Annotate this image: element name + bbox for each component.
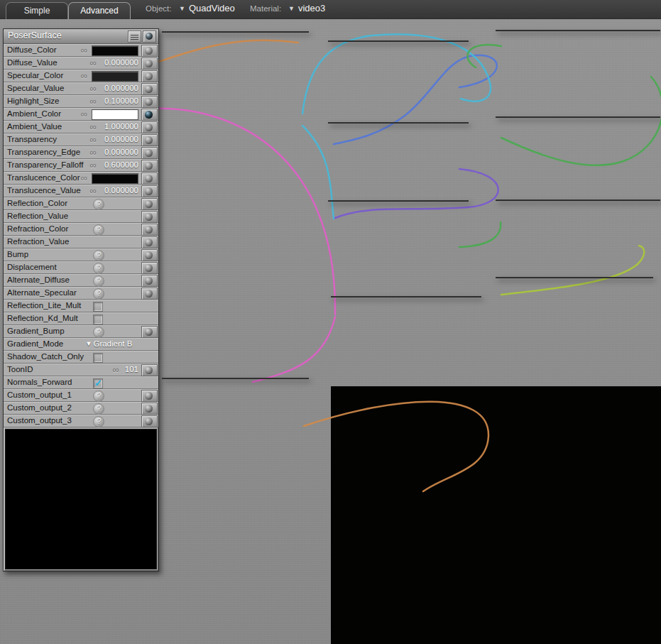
- node-header[interactable]: PoserSurface: [4, 29, 158, 44]
- connector-knob[interactable]: [141, 262, 158, 274]
- question-icon[interactable]: ?: [93, 224, 104, 236]
- color-swatch[interactable]: [92, 45, 138, 56]
- param-label: Refraction_Color: [7, 224, 68, 233]
- color-swatch[interactable]: [92, 71, 138, 82]
- material-dropdown[interactable]: ▼video3: [288, 3, 325, 13]
- node-color-math-2: [162, 378, 309, 379]
- link-plug-icon[interactable]: ∞: [90, 83, 97, 94]
- param-row-diffuse-color[interactable]: Diffuse_Color∞: [4, 44, 158, 57]
- param-row-shadow-catch-only[interactable]: Shadow_Catch_Only: [4, 351, 158, 364]
- connector-knob[interactable]: [141, 185, 158, 197]
- question-icon[interactable]: ?: [93, 275, 104, 287]
- connector-knob[interactable]: [141, 198, 158, 210]
- link-plug-icon[interactable]: ∞: [81, 70, 87, 81]
- connector-knob[interactable]: [141, 288, 158, 300]
- param-row-reflection-lite-mult[interactable]: Reflection_Lite_Mult: [4, 300, 158, 312]
- link-plug-icon[interactable]: ∞: [81, 45, 87, 55]
- color-swatch[interactable]: [92, 109, 138, 120]
- question-icon[interactable]: ?: [93, 263, 104, 274]
- connector-knob[interactable]: [141, 236, 158, 249]
- connector-knob[interactable]: [141, 224, 158, 236]
- connector-knob[interactable]: [141, 415, 158, 427]
- connector-knob[interactable]: [141, 58, 158, 70]
- connector-knob[interactable]: [141, 45, 158, 57]
- checkbox[interactable]: [93, 302, 103, 312]
- link-plug-icon[interactable]: ∞: [90, 121, 97, 132]
- connector-knob[interactable]: [141, 173, 158, 185]
- connector-knob[interactable]: [141, 249, 158, 261]
- param-row-transparency-falloff[interactable]: Transparency_Falloff∞0.600000: [4, 159, 158, 172]
- question-icon[interactable]: ?: [93, 403, 104, 415]
- param-row-specular-value[interactable]: Specular_Value∞0.000000: [4, 82, 158, 95]
- checkbox[interactable]: ✓: [93, 378, 103, 388]
- link-plug-icon[interactable]: ∞: [90, 58, 97, 68]
- object-dropdown[interactable]: ▼QuadVideo: [179, 3, 235, 13]
- question-icon[interactable]: ?: [93, 391, 104, 402]
- connector-knob[interactable]: [141, 211, 158, 223]
- param-row-translucence-color[interactable]: Translucence_Color∞: [4, 172, 158, 185]
- param-row-transparency[interactable]: Transparency∞0.000000: [4, 133, 158, 146]
- param-row-custom-output-3[interactable]: Custom_output_3?: [4, 415, 158, 427]
- connector-knob[interactable]: [141, 96, 158, 108]
- connector-knob[interactable]: [141, 134, 158, 146]
- param-row-bump[interactable]: Bump?: [4, 249, 158, 261]
- link-plug-icon[interactable]: ∞: [90, 96, 97, 107]
- connector-knob[interactable]: [141, 364, 158, 376]
- connector-knob[interactable]: [141, 403, 158, 415]
- param-row-gradient-bump[interactable]: Gradient_Bump?: [4, 325, 158, 338]
- question-icon[interactable]: ?: [93, 327, 104, 338]
- link-plug-icon[interactable]: ∞: [90, 147, 97, 158]
- connector-knob[interactable]: [141, 390, 158, 402]
- node-preview-image[interactable]: [5, 429, 157, 569]
- checkbox[interactable]: [93, 315, 103, 324]
- param-row-reflection-color[interactable]: Reflection_Color?: [4, 197, 158, 210]
- connector-knob[interactable]: [141, 70, 158, 82]
- param-row-gradient-mode[interactable]: Gradient_Mode▼Gradient B: [4, 338, 158, 351]
- param-row-highlight-size[interactable]: Highlight_Size∞0.100000: [4, 95, 158, 108]
- connector-knob[interactable]: [141, 83, 158, 95]
- param-row-custom-output-1[interactable]: Custom_output_1?: [4, 389, 158, 402]
- param-row-custom-output-2[interactable]: Custom_output_2?: [4, 402, 158, 415]
- node-canvas: PoserSurfaceDiffuse_Color∞Diffuse_Value∞…: [0, 18, 661, 644]
- tab-simple[interactable]: Simple: [6, 2, 68, 19]
- param-row-normals-forward[interactable]: Normals_Forward✓: [4, 376, 158, 389]
- param-value: 0.600000: [104, 160, 138, 169]
- link-plug-icon[interactable]: ∞: [113, 364, 119, 375]
- connector-knob[interactable]: [141, 121, 158, 133]
- param-row-alternate-diffuse[interactable]: Alternate_Diffuse?: [4, 274, 158, 287]
- param-row-refraction-color[interactable]: Refraction_Color?: [4, 223, 158, 236]
- param-label: Ambient_Color: [7, 109, 61, 118]
- preview-toggle-button[interactable]: [143, 31, 156, 43]
- param-row-alternate-specular[interactable]: Alternate_Specular?: [4, 287, 158, 300]
- link-plug-icon[interactable]: ∞: [81, 109, 87, 119]
- color-swatch[interactable]: [92, 173, 138, 184]
- dropdown-value[interactable]: ▼Gradient B: [86, 339, 133, 348]
- connector-knob[interactable]: [141, 326, 158, 338]
- link-plug-icon[interactable]: ∞: [81, 173, 87, 183]
- checkbox[interactable]: [93, 353, 103, 363]
- link-plug-icon[interactable]: ∞: [90, 185, 97, 196]
- question-icon[interactable]: ?: [93, 250, 104, 261]
- param-row-translucence-value[interactable]: Translucence_Value∞0.000000: [4, 185, 158, 197]
- question-icon[interactable]: ?: [93, 288, 104, 300]
- param-row-specular-color[interactable]: Specular_Color∞: [4, 70, 158, 82]
- param-row-ambient-value[interactable]: Ambient_Value∞1.000000: [4, 121, 158, 133]
- tab-advanced[interactable]: Advanced: [68, 2, 131, 19]
- connector-knob[interactable]: [141, 160, 158, 172]
- connector-knob[interactable]: [141, 275, 158, 287]
- question-icon[interactable]: ?: [93, 416, 104, 427]
- param-row-diffuse-value[interactable]: Diffuse_Value∞0.000000: [4, 57, 158, 70]
- question-icon[interactable]: ?: [93, 199, 104, 210]
- param-row-transparency-edge[interactable]: Transparency_Edge∞0.000000: [4, 146, 158, 159]
- link-plug-icon[interactable]: ∞: [90, 160, 97, 170]
- list-button[interactable]: [128, 31, 141, 43]
- param-row-ambient-color[interactable]: Ambient_Color∞: [4, 108, 158, 121]
- param-row-toonid[interactable]: ToonID∞101: [4, 364, 158, 376]
- connector-knob[interactable]: [141, 147, 158, 159]
- param-row-reflection-value[interactable]: Reflection_Value: [4, 210, 158, 223]
- link-plug-icon[interactable]: ∞: [90, 134, 97, 145]
- connector-knob[interactable]: [141, 109, 158, 121]
- param-row-displacement[interactable]: Displacement?: [4, 261, 158, 274]
- param-row-refraction-value[interactable]: Refraction_Value: [4, 236, 158, 249]
- param-row-reflection-kd-mult[interactable]: Reflection_Kd_Mult: [4, 312, 158, 325]
